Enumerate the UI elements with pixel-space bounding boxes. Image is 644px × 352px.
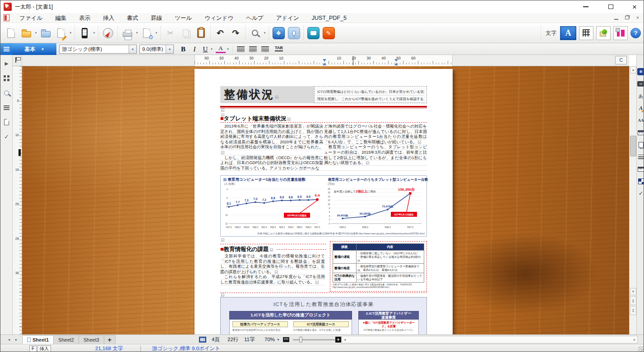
child-close-button[interactable]: × (635, 14, 641, 21)
text-column-1[interactable]: 2013年6月に「世界最先端IT国家創造宣言」が閣議決定され、国民全体のIT利活… (220, 124, 323, 173)
close-button[interactable]: × (625, 0, 644, 13)
vertical-scrollbar[interactable]: ▲ ▼ ▲▲ ▼▼ (629, 66, 636, 334)
align-left-button[interactable] (237, 46, 245, 52)
style-selector[interactable]: 基本▼ (13, 43, 56, 55)
menu-item-ウィンドウ[interactable]: ウィンドウ (198, 13, 240, 23)
align-center-button[interactable] (249, 46, 257, 52)
scroll-down-button[interactable]: ▼ (630, 288, 636, 295)
save-button[interactable] (38, 24, 53, 41)
chat-tool-button[interactable] (306, 24, 321, 41)
favorites-button[interactable]: ✻ (637, 67, 644, 76)
page-layout-button[interactable] (0, 116, 13, 128)
tab-scroll-left-button[interactable]: ◂ (6, 336, 12, 343)
maximize-button[interactable] (601, 0, 621, 13)
menu-item-編集[interactable]: 編集 (49, 13, 73, 23)
size-dropdown-arrow[interactable]: ▾ (166, 45, 173, 53)
italic-button[interactable]: I (190, 44, 199, 54)
print-button[interactable] (120, 24, 135, 41)
font-dropdown-arrow[interactable]: ▾ (129, 45, 136, 53)
menu-item-ヘルプ[interactable]: ヘルプ (240, 13, 269, 23)
search-button[interactable] (247, 24, 263, 41)
pen-tool-button[interactable]: ✎ (321, 24, 336, 41)
margin-marker-icon[interactable] (323, 61, 326, 65)
scroll-up-button[interactable]: ▲ (630, 66, 636, 73)
save-as-dropdown-arrow[interactable]: ▾ (69, 24, 73, 41)
open-dropdown-arrow[interactable]: ▾ (34, 24, 38, 41)
tab-scroll-right-button[interactable]: ▸ (13, 336, 19, 343)
child-minimize-button[interactable] (613, 14, 619, 21)
check-tool-button[interactable]: ✓ (637, 189, 644, 198)
bold-button[interactable]: B (178, 44, 188, 54)
horizontal-scrollbar[interactable]: ◂ ▸ (342, 336, 638, 343)
f-key-button[interactable]: F (29, 345, 37, 352)
ruler-c-button[interactable]: C (615, 56, 627, 64)
child-restore-button[interactable] (624, 14, 630, 21)
print-settings-button[interactable] (139, 24, 154, 41)
margin-marker-icon[interactable] (394, 61, 398, 65)
menu-item-ツール[interactable]: ツール (168, 13, 198, 23)
font-color-button[interactable]: A (216, 45, 226, 53)
table-mode-button[interactable] (579, 26, 593, 40)
navigation-button[interactable] (100, 24, 116, 41)
page-down-button[interactable]: ▼▼ (630, 306, 636, 315)
add-sheet-button[interactable]: + (104, 335, 116, 344)
underline-button[interactable]: U (200, 44, 210, 54)
proof-check-button[interactable]: ✓ (0, 131, 13, 142)
tab-marker-button[interactable]: TAB (275, 46, 283, 51)
align-right-button[interactable] (261, 46, 269, 52)
undo-button[interactable]: ↶ (213, 24, 228, 41)
section2-text[interactable]: 文部科学省では、今後の教育の情報化推進に向けて「ICTを活用した教育の推進に関す… (220, 254, 325, 286)
zoom-level[interactable]: 70% (264, 335, 275, 344)
zoom-tool-button[interactable] (0, 87, 13, 99)
new-document-button[interactable] (3, 24, 19, 41)
page-grid-button[interactable] (0, 72, 13, 84)
text-mode-button[interactable]: A (560, 26, 576, 40)
documents-button[interactable] (637, 140, 644, 149)
outline-list-button[interactable] (637, 152, 644, 161)
zoom-slider[interactable] (293, 339, 338, 340)
text-column-2[interactable]: ど海外諸国ではグローバル社会・情報化社会への対応を見越して1人1台PC整備が進ん… (324, 124, 427, 173)
addon-mode-button[interactable] (613, 26, 628, 40)
save-as-button[interactable] (53, 24, 69, 41)
menu-item-ファイル[interactable]: ファイル (13, 13, 49, 23)
font-color-dropdown-arrow[interactable]: ▾ (226, 44, 230, 54)
menu-item-表示[interactable]: 表示 (73, 13, 97, 23)
menu-item-書式[interactable]: 書式 (120, 13, 144, 23)
scroll-thumb[interactable] (630, 136, 636, 156)
voice-input-button[interactable] (286, 24, 301, 41)
font-size-tool-button[interactable]: AA (637, 116, 644, 125)
outline-button[interactable] (0, 102, 13, 114)
scroll-left-arrow[interactable]: ◂ (344, 338, 346, 342)
kana-tool-button[interactable]: あ (637, 91, 644, 101)
memo-window-button[interactable]: 1– (637, 165, 644, 174)
menu-item-罫線[interactable]: 罫線 (144, 13, 168, 23)
document-page[interactable]: 整備状況 ICTの環境整備はどのくらい進んでいるのか。日本が置かれている状況は?… (195, 69, 453, 334)
font-family-select[interactable]: 游ゴシック(標準)▾ (59, 45, 137, 54)
mobile-view-dropdown-arrow[interactable]: ▾ (92, 24, 96, 41)
copy-button[interactable] (178, 24, 193, 41)
sheet-tab-Sheet2[interactable]: Sheet2 (54, 335, 79, 344)
redo-button[interactable]: ↷ (228, 24, 243, 41)
zoom-dropdown-arrow[interactable]: ▼ (277, 335, 280, 344)
page-up-button[interactable]: ▲▲ (630, 296, 636, 305)
sheet-tab-Sheet3[interactable]: Sheet3 (79, 335, 104, 344)
minimize-button[interactable] (576, 0, 596, 13)
search-dropdown-arrow[interactable]: ▾ (263, 24, 267, 41)
fit-screen-icon[interactable] (283, 337, 289, 342)
resize-grip[interactable] (638, 346, 644, 352)
sheet-tab-Sheet1[interactable]: Sheet1 (22, 335, 54, 344)
paste-button[interactable] (193, 24, 208, 41)
date-window-button[interactable]: 8·8 (637, 128, 644, 137)
menu-item-JUST_PDF_5[interactable]: JUST_PDF_5 (306, 13, 353, 23)
horizontal-ruler[interactable]: 605040302010102030405060 C (22, 55, 629, 66)
menu-item-挿入[interactable]: 挿入 (97, 13, 120, 23)
underline-dropdown-arrow[interactable]: ▾ (209, 44, 214, 54)
web-addin-button[interactable]: ❖ (271, 24, 286, 41)
document-menu-icon[interactable] (4, 14, 9, 21)
font-effect-button[interactable]: A (637, 104, 644, 113)
print-settings-dropdown-arrow[interactable]: ▾ (154, 24, 158, 41)
font-size-select[interactable]: 9.0(標準)▾ (139, 45, 174, 54)
open-button[interactable] (19, 24, 34, 41)
vertical-ruler[interactable]: 51015202530 (13, 66, 22, 334)
insert-mode-button[interactable]: 挿入 (37, 345, 51, 352)
